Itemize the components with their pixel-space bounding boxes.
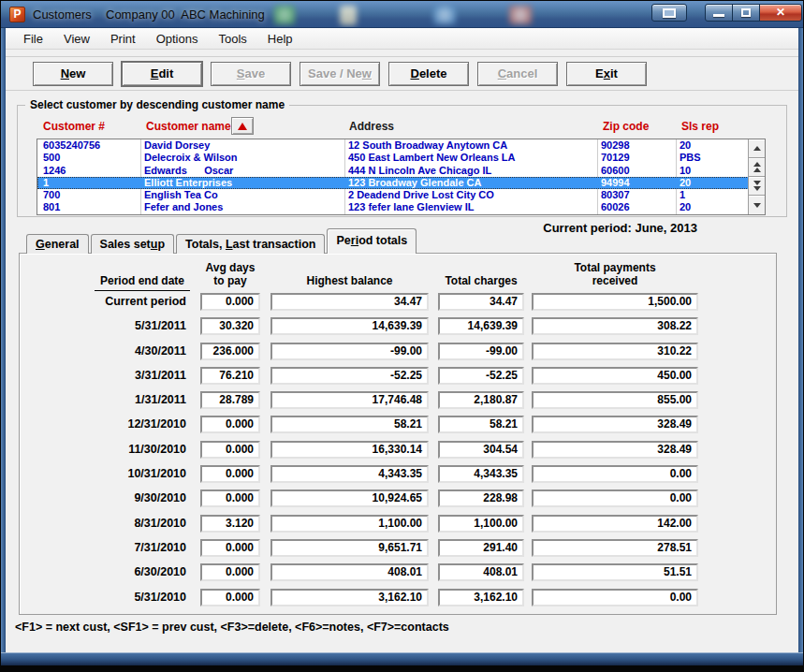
highest-balance-field[interactable]: 58.21: [270, 416, 429, 433]
total-charges-field[interactable]: 408.01: [438, 563, 524, 581]
highest-balance-field[interactable]: 10,924.65: [270, 489, 429, 507]
avg-days-field[interactable]: 0.000: [200, 589, 260, 606]
menu-options[interactable]: Options: [146, 29, 209, 49]
total-charges-field[interactable]: 4,343.35: [438, 465, 524, 483]
total-charges-field[interactable]: 291.40: [438, 539, 524, 557]
window-aux-button[interactable]: [651, 4, 687, 22]
avg-days-field[interactable]: 0.000: [200, 441, 260, 459]
menu-help[interactable]: Help: [257, 29, 303, 49]
period-row: 6/30/2010 0.000 408.01 408.01 51.51: [20, 563, 778, 588]
total-charges-field[interactable]: -99.00: [438, 343, 524, 360]
avg-days-field[interactable]: 0.000: [200, 563, 260, 581]
sort-button[interactable]: [231, 117, 254, 135]
period-row: 7/31/2010 0.000 9,651.71 291.40 278.51: [20, 539, 778, 563]
total-charges-field[interactable]: 14,639.39: [438, 317, 524, 335]
table-row-selected[interactable]: 1Elliott Enterprises 123 Broadway Glenda…: [37, 177, 749, 189]
scroll-page-up-button[interactable]: [749, 158, 765, 177]
delete-button[interactable]: Delete: [388, 62, 469, 86]
total-charges-field[interactable]: 34.47: [438, 293, 524, 311]
total-payments-field[interactable]: 328.49: [532, 416, 698, 433]
tab-totals-last-transaction[interactable]: Totals, Last transaction: [176, 234, 325, 254]
double-up-arrow-icon: [753, 162, 761, 167]
edit-button[interactable]: Edit: [122, 62, 202, 86]
period-row: Current period 0.000 34.47 34.47 1,500.0…: [20, 293, 778, 317]
highest-balance-field[interactable]: 408.01: [270, 563, 429, 581]
total-charges-field[interactable]: 58.21: [438, 416, 524, 433]
table-row[interactable]: 6035240756David Dorsey 12 South Broadway…: [37, 139, 749, 152]
highest-balance-field[interactable]: 4,343.35: [270, 465, 429, 483]
avg-days-field[interactable]: 0.000: [200, 539, 260, 557]
total-payments-field[interactable]: 0.00: [532, 589, 698, 606]
scroll-up-button[interactable]: [749, 139, 765, 158]
total-charges-field[interactable]: 304.54: [438, 441, 524, 459]
table-row[interactable]: 500Delecroix & Wilson 450 East Lambert N…: [37, 152, 749, 164]
highest-balance-field[interactable]: 3,162.10: [270, 589, 429, 606]
avg-days-field[interactable]: 30.320: [200, 317, 260, 335]
highest-balance-field[interactable]: -99.00: [270, 343, 429, 360]
column-header-sls-rep[interactable]: Sls rep: [681, 120, 719, 133]
new-button[interactable]: New: [33, 62, 113, 86]
total-payments-field[interactable]: 328.49: [532, 441, 698, 459]
total-payments-field[interactable]: 855.00: [532, 391, 698, 409]
scroll-down-button[interactable]: [749, 196, 765, 214]
table-row[interactable]: 700English Tea Co 2 Deadend Drive Lost C…: [37, 189, 749, 201]
total-charges-field[interactable]: -52.25: [438, 367, 524, 385]
scroll-page-down-button[interactable]: [749, 177, 765, 196]
total-charges-field[interactable]: 2,180.87: [438, 391, 524, 409]
tab-general[interactable]: General: [26, 234, 89, 254]
total-payments-field[interactable]: 450.00: [532, 367, 698, 385]
period-row: 9/30/2010 0.000 10,924.65 228.98 0.00: [20, 489, 778, 514]
column-header-customer-number[interactable]: Customer #: [43, 120, 105, 133]
table-row[interactable]: 1246Edwards Oscar 444 N Lincoln Ave Chic…: [37, 165, 749, 177]
total-payments-field[interactable]: 1,500.00: [532, 293, 698, 311]
period-row: 3/31/2011 76.210 -52.25 -52.25 450.00: [20, 367, 778, 391]
highest-balance-field[interactable]: 14,639.39: [270, 317, 429, 335]
menu-file[interactable]: File: [13, 29, 53, 49]
total-charges-field[interactable]: 228.98: [438, 489, 524, 507]
app-logo-icon: P: [9, 7, 25, 22]
total-charges-field[interactable]: 3,162.10: [438, 589, 524, 606]
avg-days-field[interactable]: 0.000: [200, 416, 260, 433]
tab-sales-setup[interactable]: Sales setup: [91, 234, 175, 254]
period-end-date: 4/30/2011: [20, 343, 186, 360]
cancel-button[interactable]: Cancel: [477, 62, 558, 86]
highest-balance-field[interactable]: 1,100.00: [270, 515, 429, 533]
highest-balance-field[interactable]: -52.25: [270, 367, 429, 385]
highest-balance-field[interactable]: 34.47: [270, 293, 429, 311]
total-payments-field[interactable]: 0.00: [532, 465, 698, 483]
total-payments-field[interactable]: 51.51: [532, 563, 698, 581]
highest-balance-field[interactable]: 9,651.71: [270, 539, 429, 557]
tab-period-totals[interactable]: Period totals: [327, 228, 417, 254]
avg-days-field[interactable]: 3.120: [200, 515, 260, 533]
total-payments-field[interactable]: 308.22: [532, 317, 698, 335]
down-arrow-icon: [753, 203, 761, 208]
avg-days-field[interactable]: 28.789: [200, 391, 260, 409]
total-payments-field[interactable]: 310.22: [532, 343, 698, 360]
highest-balance-field[interactable]: 16,330.14: [270, 441, 429, 459]
save-button[interactable]: Save: [211, 62, 291, 86]
avg-days-field[interactable]: 76.210: [200, 367, 260, 385]
avg-days-field[interactable]: 0.000: [200, 293, 260, 311]
maximize-button[interactable]: [732, 4, 760, 22]
total-payments-field[interactable]: 0.00: [532, 489, 698, 507]
exit-button[interactable]: Exit: [566, 62, 647, 86]
total-charges-field[interactable]: 1,100.00: [438, 515, 524, 533]
menu-print[interactable]: Print: [100, 29, 146, 49]
column-header-zip[interactable]: Zip code: [603, 120, 649, 133]
menu-view[interactable]: View: [53, 29, 100, 49]
period-row: 5/31/2011 30.320 14,639.39 14,639.39 308…: [20, 317, 778, 342]
screen: P Customers Company 00 ABC Machining ✕ F…: [0, 0, 804, 672]
avg-days-field[interactable]: 236.000: [200, 343, 260, 360]
double-down-arrow-icon: [753, 181, 761, 185]
column-header-customer-name[interactable]: Customer name: [146, 120, 231, 133]
avg-days-field[interactable]: 0.000: [200, 465, 260, 483]
save-new-button[interactable]: Save / New: [300, 62, 380, 86]
close-button[interactable]: ✕: [759, 4, 802, 22]
total-payments-field[interactable]: 142.00: [532, 515, 698, 533]
minimize-button[interactable]: [705, 4, 733, 22]
highest-balance-field[interactable]: 17,746.48: [270, 391, 429, 409]
menu-tools[interactable]: Tools: [208, 29, 256, 49]
avg-days-field[interactable]: 0.000: [200, 489, 260, 507]
total-payments-field[interactable]: 278.51: [532, 539, 698, 557]
table-row[interactable]: 801Fefer and Jones 123 fefer lane Glenvi…: [37, 201, 749, 213]
